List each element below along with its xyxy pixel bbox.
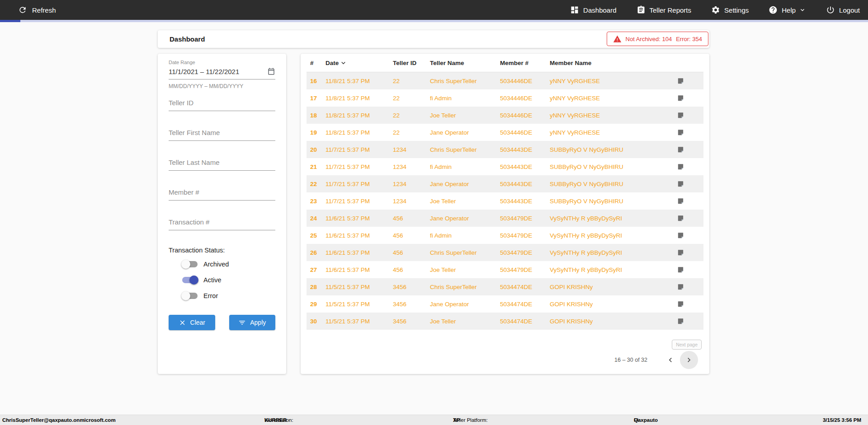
date-range-input[interactable] — [169, 68, 267, 75]
note-icon[interactable] — [677, 249, 684, 257]
nav-item-teller-reports[interactable]: Teller Reports — [637, 5, 692, 14]
cell-teller-name: Joe Teller — [430, 112, 500, 119]
note-icon[interactable] — [677, 163, 684, 171]
col-header-teller-name[interactable]: Teller Name — [430, 60, 500, 66]
cell-member-name: VySyNTHy R yBByDySyRI — [550, 215, 675, 222]
table-row[interactable]: 28 11/5/21 5:37 PM 3456 Chris SuperTelle… — [307, 278, 703, 295]
note-icon[interactable] — [677, 129, 684, 136]
table-row[interactable]: 29 11/5/21 5:37 PM 3456 Jane Operator 50… — [307, 295, 703, 313]
col-header-member-name[interactable]: Member Name — [550, 60, 675, 66]
cell-member-num: 5034443DE — [500, 163, 550, 170]
cell-member-name: yNNY VyRGHESE — [550, 95, 675, 102]
cell-member-name: VySyNTHy R yBByDySyRI — [550, 249, 675, 256]
transaction-number-field — [169, 218, 275, 230]
cell-num: 17 — [310, 95, 326, 102]
table-row[interactable]: 24 11/6/21 5:37 PM 456 Jane Operator 503… — [307, 210, 703, 227]
cell-num: 19 — [310, 129, 326, 136]
nav-item-help[interactable]: Help — [769, 5, 806, 14]
note-icon[interactable] — [677, 180, 684, 188]
logged-in-user: ChrisSuperTeller@qaxpauto.onmicrosoft.co… — [2, 417, 116, 423]
date-format-hint: MM/DD/YYYY – MM/DD/YYYY — [169, 83, 275, 89]
col-header-date[interactable]: Date — [326, 59, 393, 67]
col-header-member-num[interactable]: Member # — [500, 60, 550, 66]
alert-badge[interactable]: Not Archived: 104 Error: 354 — [607, 32, 708, 46]
note-icon[interactable] — [677, 197, 684, 205]
table-row[interactable]: 27 11/6/21 5:37 PM 456 Joe Teller 503447… — [307, 261, 703, 278]
cell-date: 11/7/21 5:37 PM — [326, 163, 393, 170]
table-row[interactable]: 23 11/7/21 5:37 PM 1234 Joe Teller 50344… — [307, 192, 703, 210]
nav-item-dashboard[interactable]: Dashboard — [570, 5, 616, 14]
cell-teller-name: Chris SuperTeller — [430, 249, 500, 256]
cell-teller-id: 3456 — [393, 301, 430, 308]
toggle-active[interactable]: Active — [169, 275, 275, 285]
calendar-icon[interactable] — [267, 67, 275, 75]
note-icon[interactable] — [677, 146, 684, 154]
filter-actions: Clear Apply — [169, 315, 275, 330]
apply-button[interactable]: Apply — [229, 315, 276, 330]
cell-teller-name: Chris SuperTeller — [430, 284, 500, 290]
workstation-info: Workstation: KURRER — [264, 417, 287, 423]
teller-id-input[interactable] — [169, 99, 275, 111]
member-number-field — [169, 188, 275, 201]
cell-date: 11/8/21 5:37 PM — [326, 78, 393, 84]
page-title: Dashboard — [158, 35, 205, 43]
clear-x-icon — [179, 319, 186, 327]
cell-member-num: 5034474DE — [500, 301, 550, 308]
table-row[interactable]: 25 11/6/21 5:37 PM 456 fi Admin 5034479D… — [307, 227, 703, 244]
nav-item-logout[interactable]: Logout — [826, 5, 860, 14]
cell-teller-name: Joe Teller — [430, 266, 500, 273]
nav-item-settings[interactable]: Settings — [711, 5, 749, 14]
cell-num: 18 — [310, 112, 326, 119]
member-number-input[interactable] — [169, 188, 275, 201]
cell-member-name: SUBByRyO V NyGyBHIRU — [550, 181, 675, 187]
col-header-teller-id[interactable]: Teller ID — [393, 60, 430, 66]
switch-thumb — [181, 291, 190, 300]
table-header-row: # Date Teller ID Teller Name Member # Me… — [307, 54, 703, 72]
note-icon[interactable] — [677, 283, 684, 291]
note-icon[interactable] — [677, 232, 684, 239]
previous-page-button[interactable] — [666, 355, 675, 364]
table-row[interactable]: 26 11/6/21 5:37 PM 456 Chris SuperTeller… — [307, 244, 703, 261]
note-icon[interactable] — [677, 94, 684, 102]
cell-num: 20 — [310, 146, 326, 153]
chevron-down-icon — [799, 6, 806, 14]
note-icon[interactable] — [677, 300, 684, 308]
table-row[interactable]: 30 11/5/21 5:37 PM 3456 Joe Teller 50344… — [307, 313, 703, 330]
toggle-error[interactable]: Error — [169, 290, 275, 301]
cell-member-name: yNNY VyRGHESE — [550, 129, 675, 136]
cell-member-name: yNNY VyRGHESE — [550, 112, 675, 119]
cell-teller-name: fi Admin — [430, 95, 500, 102]
note-icon[interactable] — [677, 266, 684, 274]
note-icon[interactable] — [677, 318, 684, 325]
note-icon[interactable] — [677, 112, 684, 119]
clear-button[interactable]: Clear — [169, 315, 215, 330]
cell-teller-id: 22 — [393, 112, 430, 119]
refresh-button[interactable]: Refresh — [0, 5, 56, 14]
cell-member-num: 5034443DE — [500, 181, 550, 187]
next-page-button[interactable] — [680, 351, 698, 369]
note-icon[interactable] — [677, 215, 684, 222]
table-row[interactable]: 17 11/8/21 5:37 PM 22 fi Admin 5034446DE… — [307, 89, 703, 107]
col-header-num[interactable]: # — [310, 60, 326, 66]
nav-label-settings: Settings — [724, 6, 749, 14]
table-row[interactable]: 20 11/7/21 5:37 PM 1234 Chris SuperTelle… — [307, 141, 703, 158]
cell-note — [675, 266, 703, 274]
cell-note — [675, 112, 703, 119]
table-row[interactable]: 18 11/8/21 5:37 PM 22 Joe Teller 5034446… — [307, 107, 703, 124]
toggle-archived-label: Archived — [203, 261, 229, 268]
cell-teller-id: 22 — [393, 95, 430, 102]
teller-first-name-input[interactable] — [169, 129, 275, 141]
teller-last-name-input[interactable] — [169, 159, 275, 171]
table-row[interactable]: 21 11/7/21 5:37 PM 1234 fi Admin 5034443… — [307, 158, 703, 175]
cell-member-num: 5034446DE — [500, 95, 550, 102]
cell-teller-name: fi Admin — [430, 163, 500, 170]
table-row[interactable]: 19 11/8/21 5:37 PM 22 Jane Operator 5034… — [307, 124, 703, 141]
note-icon[interactable] — [677, 77, 684, 85]
cell-teller-id: 456 — [393, 249, 430, 256]
transaction-number-input[interactable] — [169, 218, 275, 230]
table-row[interactable]: 22 11/7/21 5:37 PM 1234 Jane Operator 50… — [307, 175, 703, 192]
cell-date: 11/7/21 5:37 PM — [326, 181, 393, 187]
table-row[interactable]: 16 11/8/21 5:37 PM 22 Chris SuperTeller … — [307, 72, 703, 89]
toggle-archived[interactable]: Archived — [169, 259, 275, 270]
nav-label-dashboard: Dashboard — [583, 6, 616, 14]
